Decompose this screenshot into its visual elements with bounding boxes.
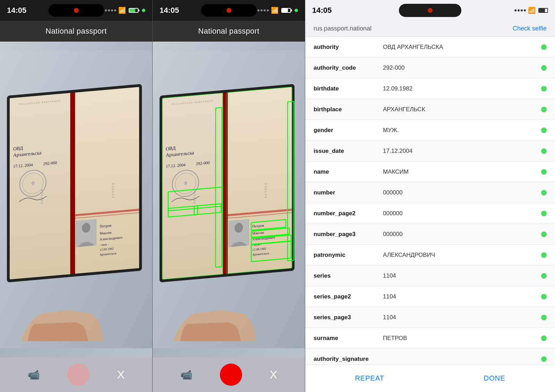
capture-button-left[interactable] [67,364,89,386]
field-value-name: МАКСИМ [383,168,541,175]
notch-right [201,4,257,17]
indicator-patronymic [541,252,547,258]
indicator-number [541,190,547,195]
dot2r [261,9,263,11]
indicator-gender [541,128,547,133]
title-text-left: National passport [45,27,106,36]
field-name-authority-code: authority_code [314,64,383,71]
field-value-issue-date: 17.12.2004 [383,148,541,155]
field-value-number-page2: 000000 [383,210,541,217]
field-value-birthdate: 12.09.1982 [383,85,541,92]
field-value-authority: ОВД АРХАНГЕЛЬСКА [383,44,541,51]
field-name-name: name [314,168,383,175]
field-name-series-page3: series_page3 [314,314,383,321]
svg-text:⚜: ⚜ [183,180,188,187]
data-row-authority-code: authority_code 292-000 [305,58,555,78]
dot1 [105,9,107,11]
indicator-issue-date [541,148,547,154]
data-row-issue-date: issue_date 17.12.2004 [305,141,555,162]
status-icons-left: 📶 [105,7,145,14]
field-value-series-page2: 1104 [383,293,541,300]
dot3r [264,9,266,11]
data-row-number: number 000000 [305,182,555,203]
indicator-authority-signature [541,356,547,362]
wifi-icon-left: 📶 [118,7,126,14]
info-notch-dot [428,8,433,13]
data-row-authority: authority ОВД АРХАНГЕЛЬСКА [305,37,555,58]
svg-text:000000: 000000 [111,183,114,199]
info-wifi-icon: 📶 [528,7,536,14]
repeat-button[interactable]: REPEAT [355,374,384,382]
data-row-number-page3: number_page3 000000 [305,224,555,245]
field-value-surname: ПЕТРОВ [383,335,541,342]
indicator-authority [541,44,547,50]
field-value-number-page3: 000000 [383,231,541,238]
field-name-series: series [314,272,383,279]
info-status-time: 14:05 [312,6,332,15]
field-name-number-page2: number_page2 [314,210,383,217]
svg-text:000000: 000000 [264,183,267,199]
dot4 [114,9,116,11]
signal-dots-left [105,9,116,11]
svg-rect-29 [223,93,228,274]
phone-panel-left: 14:05 📶 National passport [0,0,153,392]
passport-scene-left: РОССИЙСКАЯ ФЕДЕРАЦИЯ ОВД Архангельска 17… [0,42,152,357]
done-button[interactable]: DONE [484,374,505,382]
camera-controls-left: 📹 X [0,357,152,392]
field-value-patronymic: АЛЕКСАНДРОВИЧ [383,252,541,259]
indicator-number-page3 [541,232,547,237]
data-row-series-page2: series_page2 1104 [305,286,555,307]
capture-button-right[interactable] [220,364,242,386]
green-dot-left [142,9,145,12]
camera-view-left: РОССИЙСКАЯ ФЕДЕРАЦИЯ ОВД Архангельска 17… [0,42,152,357]
svg-text:ОВД: ОВД [13,146,23,151]
field-value-birthplace: АРХАНГЕЛЬСК [383,106,541,113]
battery-icon-left [129,8,138,13]
info-notch [399,4,461,17]
field-value-authority-code: 292-000 [383,64,541,71]
info-panel: 14:05 📶 rus.passport.national Check self… [305,0,555,392]
indicator-birthdate [541,86,547,92]
status-time-left: 14:05 [7,6,26,15]
dot2 [108,9,110,11]
info-dot2 [518,9,520,11]
passport-scene-right: РОССИЙСКАЯ ФЕДЕРАЦИЯ ОВД Архангельска 17… [153,42,305,357]
camera-view-right: РОССИЙСКАЯ ФЕДЕРАЦИЯ ОВД Архангельска 17… [153,42,305,357]
data-row-series-page3: series_page3 1104 [305,307,555,328]
field-value-number: 000000 [383,189,541,196]
title-bar-right: National passport [153,21,305,42]
data-row-birthdate: birthdate 12.09.1982 [305,78,555,99]
info-dot1 [514,9,516,11]
camera-icon-left[interactable]: 📹 [28,369,40,381]
camera-icon-right[interactable]: 📹 [180,369,193,381]
indicator-surname [541,336,547,341]
data-row-series: series 1104 [305,265,555,286]
svg-text:ОВД: ОВД [166,146,176,151]
status-time-right: 14:05 [160,6,179,15]
close-button-right[interactable]: X [270,368,277,381]
indicator-name [541,169,547,175]
field-name-surname: surname [314,335,383,342]
svg-rect-27 [162,93,224,279]
title-bar-left: National passport [0,21,152,42]
data-row-surname: surname ПЕТРОВ [305,328,555,349]
data-row-birthplace: birthplace АРХАНГЕЛЬСК [305,99,555,120]
field-value-gender: МУЖ. [383,127,541,134]
field-name-authority-signature: authority_signature [314,356,383,363]
green-dot-right [294,9,298,12]
notch-dot-left [74,8,79,13]
field-value-series: 1104 [383,272,541,279]
title-text-right: National passport [198,27,259,36]
indicator-birthplace [541,107,547,112]
field-value-series-page3: 1104 [383,314,541,321]
notch-left [49,4,104,17]
info-dot4 [524,9,526,11]
check-selfie-button[interactable]: Check selfie [513,25,547,32]
svg-rect-2 [10,93,71,279]
close-button-left[interactable]: X [117,368,125,381]
data-list: authority ОВД АРХАНГЕЛЬСКА authority_cod… [305,37,555,364]
battery-fill-right [282,9,288,12]
battery-fill-left [129,9,135,12]
field-name-series-page2: series_page2 [314,293,383,300]
indicator-authority-code [541,65,547,71]
